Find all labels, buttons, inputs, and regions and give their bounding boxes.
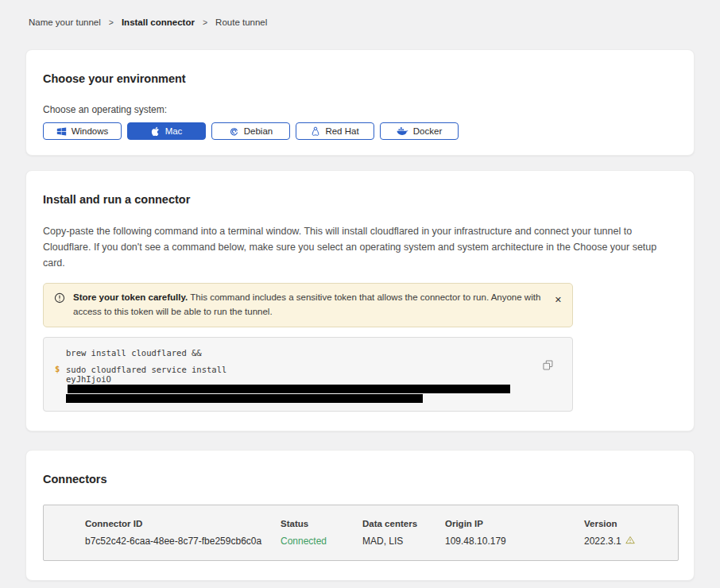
redhat-linux-icon [311, 126, 320, 137]
os-button-windows[interactable]: Windows [43, 122, 122, 140]
os-button-label: Debian [244, 126, 273, 136]
os-button-mac[interactable]: Mac [127, 122, 206, 140]
copy-command-icon[interactable] [543, 360, 553, 370]
breadcrumb: Name your tunnel > Install connector > R… [25, 17, 695, 27]
environment-card-title: Choose your environment [43, 72, 677, 85]
os-button-label: Windows [72, 126, 109, 136]
shell-prompt: $ [55, 364, 60, 373]
install-card-title: Install and run a connector [43, 193, 677, 206]
connector-origin-ip-value: 109.48.10.179 [445, 536, 584, 547]
code-line-token: eyJhIjoiO [66, 374, 540, 394]
col-header-data-centers: Data centers [362, 519, 445, 528]
version-warning-icon[interactable] [625, 536, 635, 547]
col-header-version: Version [584, 519, 670, 528]
breadcrumb-step-route-tunnel[interactable]: Route tunnel [215, 17, 267, 27]
code-line-brew: brew install cloudflared && [66, 348, 540, 358]
os-button-redhat[interactable]: Red Hat [296, 122, 374, 140]
alert-text: Store your token carefully. This command… [73, 291, 542, 319]
breadcrumb-step-install-connector[interactable]: Install connector [122, 17, 195, 27]
environment-card: Choose your environment Choose an operat… [25, 49, 695, 156]
col-header-connector-id: Connector ID [85, 519, 281, 528]
connector-id-value: b7c52c42-6caa-48ee-8c77-fbe259cb6c0a [85, 536, 281, 547]
install-connector-card: Install and run a connector Copy-paste t… [25, 170, 695, 431]
os-button-debian[interactable]: Debian [211, 122, 290, 140]
os-button-label: Red Hat [325, 126, 358, 136]
alert-title: Store your token carefully. [73, 292, 188, 302]
install-command-codeblock: $ brew install cloudflared && sudo cloud… [43, 337, 573, 412]
breadcrumb-separator: > [109, 17, 114, 27]
connector-data-centers-value: MAD, LIS [362, 536, 445, 547]
col-header-origin-ip: Origin IP [445, 519, 584, 528]
os-button-label: Mac [165, 126, 183, 136]
os-button-docker[interactable]: Docker [380, 122, 459, 140]
breadcrumb-step-name-tunnel[interactable]: Name your tunnel [29, 17, 101, 27]
debian-logo-icon [229, 126, 239, 137]
code-line-sudo: sudo cloudflared service install [66, 365, 540, 374]
version-text: 2022.3.1 [584, 536, 621, 547]
windows-logo-icon [56, 126, 67, 137]
connectors-card: Connectors Connector ID Status Data cent… [25, 450, 695, 581]
col-header-status: Status [281, 519, 362, 528]
breadcrumb-separator: > [203, 17, 207, 27]
redacted-token-bar [68, 385, 510, 393]
apple-logo-icon [151, 126, 161, 137]
os-select-label: Choose an operating system: [43, 104, 677, 115]
info-circle-icon [54, 292, 65, 308]
connectors-table: Connector ID Status Data centers Origin … [43, 505, 679, 561]
alert-close-icon[interactable]: ✕ [555, 296, 562, 304]
token-prefix: eyJhIjoiO [66, 374, 111, 384]
install-description: Copy-paste the following command into a … [43, 223, 677, 271]
os-button-label: Docker [413, 126, 442, 136]
os-button-group: Windows Mac Debian [43, 122, 677, 140]
redacted-token-bar [66, 394, 423, 403]
connectors-card-title: Connectors [43, 473, 677, 485]
tunnel-setup-page: Name your tunnel > Install connector > R… [0, 0, 720, 588]
token-warning-alert: Store your token carefully. This command… [43, 283, 573, 327]
connector-status-value: Connected [281, 536, 362, 547]
connector-version-value: 2022.3.1 [584, 536, 670, 547]
docker-whale-icon [397, 126, 408, 136]
